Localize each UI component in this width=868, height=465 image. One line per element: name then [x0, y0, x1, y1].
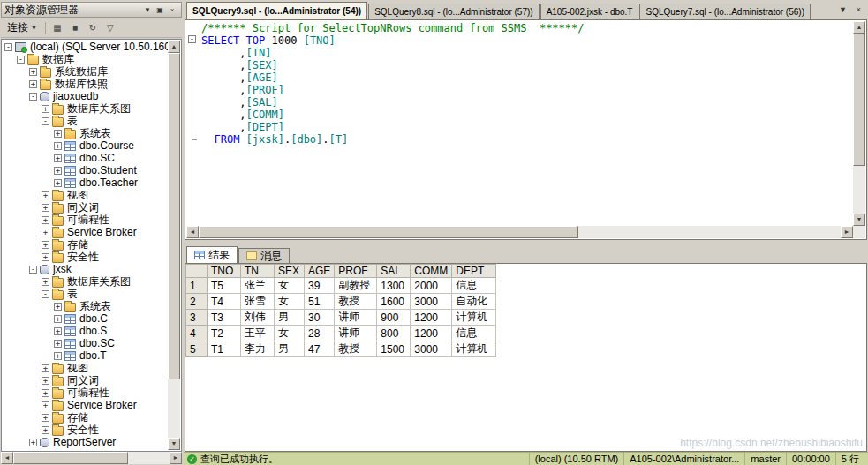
collapse-toggle[interactable]: -: [17, 56, 25, 64]
expand-toggle[interactable]: +: [42, 253, 49, 261]
cell[interactable]: 1200: [411, 310, 452, 326]
row-header[interactable]: 5: [186, 341, 208, 357]
column-header[interactable]: DEPT: [452, 265, 496, 278]
stop-icon[interactable]: ■: [67, 20, 83, 36]
cell[interactable]: 自动化: [452, 294, 496, 310]
cell[interactable]: 王平: [241, 326, 275, 341]
expand-toggle[interactable]: +: [54, 340, 62, 348]
collapse-toggle[interactable]: -: [29, 93, 37, 101]
cell[interactable]: 讲师: [335, 326, 377, 341]
scroll-left-icon[interactable]: ◄: [186, 226, 199, 238]
tree-item[interactable]: +数据库关系图: [3, 275, 168, 288]
expand-toggle[interactable]: +: [42, 105, 49, 113]
expand-toggle[interactable]: +: [54, 167, 62, 175]
cell[interactable]: 3000: [411, 341, 452, 357]
row-header[interactable]: 3: [186, 310, 208, 326]
tree-item[interactable]: +dbo.Student: [3, 164, 168, 176]
cell[interactable]: 1300: [377, 278, 411, 294]
editor-tab[interactable]: SQLQuery8.sql - (lo...Administrator (57)…: [368, 4, 540, 19]
expand-toggle[interactable]: +: [42, 377, 49, 385]
scroll-right-icon[interactable]: ►: [841, 226, 853, 238]
column-header[interactable]: TNO: [208, 265, 241, 278]
tree-item[interactable]: +dbo.S: [3, 325, 168, 337]
cell[interactable]: 教授: [335, 294, 377, 310]
tab-results[interactable]: 结果: [186, 246, 238, 263]
cell[interactable]: T1: [208, 341, 241, 357]
pin-icon[interactable]: ▣: [154, 6, 166, 14]
cell[interactable]: 2000: [411, 278, 452, 294]
expand-toggle[interactable]: +: [42, 278, 49, 286]
editor-horizontal-scrollbar[interactable]: ◄ ►: [186, 226, 853, 238]
tree-item[interactable]: +dbo.C: [3, 312, 168, 325]
scroll-down-icon[interactable]: ▼: [168, 438, 180, 450]
column-header[interactable]: SAL: [377, 265, 411, 278]
window-menu-icon[interactable]: ▼: [141, 6, 154, 14]
collapse-toggle[interactable]: -: [42, 290, 49, 298]
editor-tab[interactable]: A105-002.jxsk - dbo.T: [540, 4, 639, 19]
collapse-toggle[interactable]: -: [29, 266, 37, 274]
expand-toggle[interactable]: +: [29, 80, 37, 88]
expand-toggle[interactable]: +: [54, 327, 62, 335]
tree-item[interactable]: +dbo.Course: [3, 139, 168, 152]
expand-toggle[interactable]: +: [54, 352, 62, 360]
row-header[interactable]: 4: [186, 326, 208, 341]
sql-editor[interactable]: - /****** Script for SelectTopNRows comm…: [185, 19, 867, 240]
tree-item[interactable]: +dbo.SC: [3, 152, 168, 164]
cell[interactable]: 1500: [377, 341, 411, 357]
cell[interactable]: 900: [377, 310, 411, 326]
expand-toggle[interactable]: +: [42, 389, 49, 397]
column-header[interactable]: SEX: [275, 265, 305, 278]
expand-toggle[interactable]: +: [54, 315, 62, 323]
row-header[interactable]: 2: [186, 294, 208, 310]
scroll-down-icon[interactable]: ▼: [853, 214, 865, 226]
collapse-toggle[interactable]: -: [188, 35, 196, 43]
cell[interactable]: 副教授: [335, 278, 377, 294]
tree-item[interactable]: +可编程性: [3, 386, 168, 399]
column-header[interactable]: AGE: [305, 265, 335, 278]
filter-icon[interactable]: ▽: [102, 20, 118, 36]
tree-item[interactable]: +安全性: [3, 251, 168, 263]
cell[interactable]: 信息: [452, 326, 496, 341]
cell[interactable]: 1200: [411, 326, 452, 341]
collapse-toggle[interactable]: -: [42, 117, 49, 125]
scroll-right-icon[interactable]: ►: [170, 452, 182, 464]
tree-item[interactable]: +系统表: [3, 300, 168, 312]
scrollbar-thumb[interactable]: [13, 452, 128, 464]
collapse-toggle[interactable]: -: [4, 43, 12, 51]
cell[interactable]: 张兰: [241, 278, 275, 294]
cell[interactable]: T4: [208, 294, 241, 310]
cell[interactable]: 30: [305, 310, 335, 326]
editor-tab[interactable]: SQLQuery9.sql - (lo...Administrator (54)…: [186, 2, 367, 19]
scroll-up-icon[interactable]: ▲: [853, 21, 865, 34]
expand-toggle[interactable]: +: [29, 68, 37, 76]
expand-toggle[interactable]: +: [42, 241, 49, 249]
column-header[interactable]: PROF: [335, 265, 377, 278]
scrollbar-thumb[interactable]: [199, 226, 578, 238]
tree-horizontal-scrollbar[interactable]: ◄ ►: [1, 452, 182, 464]
expand-toggle[interactable]: +: [42, 204, 49, 212]
close-document-icon[interactable]: ×: [853, 5, 864, 14]
editor-results-splitter[interactable]: [185, 240, 867, 246]
expand-toggle[interactable]: +: [42, 426, 49, 434]
cell[interactable]: 28: [305, 326, 335, 341]
scrollbar-thumb[interactable]: [168, 53, 180, 379]
scrollbar-thumb[interactable]: [853, 34, 865, 166]
expand-toggle[interactable]: +: [42, 414, 49, 422]
connect-button[interactable]: 连接 ▼: [3, 20, 42, 36]
cell[interactable]: T3: [208, 310, 241, 326]
column-header[interactable]: COMM: [411, 265, 452, 278]
cell[interactable]: T2: [208, 326, 241, 341]
column-header[interactable]: TN: [241, 265, 275, 278]
expand-toggle[interactable]: +: [42, 229, 49, 236]
expand-toggle[interactable]: +: [42, 401, 49, 409]
tab-messages[interactable]: 消息: [238, 248, 290, 263]
cell[interactable]: 张雪: [241, 294, 275, 310]
cell[interactable]: 51: [305, 294, 335, 310]
tree-item[interactable]: +数据库快照: [3, 78, 168, 90]
expand-toggle[interactable]: +: [54, 179, 62, 187]
tree-item[interactable]: +安全性: [3, 424, 168, 436]
cell[interactable]: 男: [275, 341, 305, 357]
cell[interactable]: 信息: [452, 278, 496, 294]
cell[interactable]: 讲师: [335, 310, 377, 326]
cell[interactable]: 刘伟: [241, 310, 275, 326]
